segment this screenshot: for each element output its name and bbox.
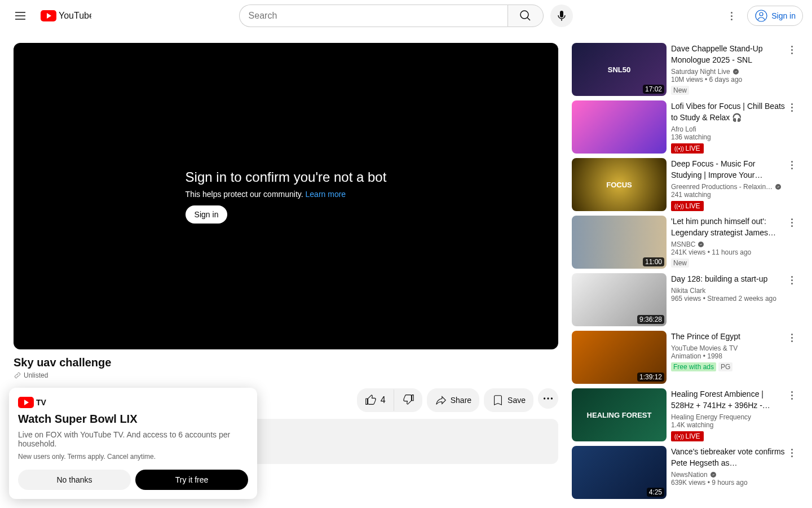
video-duration: 11:00 xyxy=(643,257,664,266)
signin-button[interactable]: Sign in xyxy=(747,6,803,26)
search-form xyxy=(239,5,544,27)
video-title: Sky uav challenge xyxy=(14,356,558,369)
video-duration: 4:25 xyxy=(647,488,664,497)
voice-search-button[interactable] xyxy=(550,5,573,27)
link-icon xyxy=(14,371,21,379)
promo-card: TV Watch Super Bowl LIX Live on FOX with… xyxy=(9,388,257,499)
video-thumbnail[interactable]: SNL50 17:02 xyxy=(572,43,667,96)
recommendation-channel[interactable]: NewsNation xyxy=(671,471,785,479)
recommendation-item[interactable]: 11:00 'Let him punch himself out': Legen… xyxy=(572,216,798,269)
thumbnail-label: FOCUS xyxy=(572,158,667,211)
recommendation-more-button[interactable] xyxy=(785,273,798,287)
video-thumbnail[interactable] xyxy=(572,100,667,154)
like-dislike-pill: 4 xyxy=(357,388,422,412)
player-signin-button[interactable]: Sign in xyxy=(186,205,228,224)
recommendation-stats: 965 views • Streamed 2 weeks ago xyxy=(671,295,785,303)
video-thumbnail[interactable]: 4:25 xyxy=(572,446,667,499)
recommendation-channel[interactable]: Nikita Clark xyxy=(671,287,785,295)
promo-body: Live on FOX with YouTube TV. And access … xyxy=(18,430,248,448)
svg-text:TV: TV xyxy=(36,398,47,407)
recommendation-title: Lofi Vibes for Focus | Chill Beats to St… xyxy=(671,100,785,123)
player-heading: Sign in to confirm you're not a bot xyxy=(186,169,387,185)
recommendation-more-button[interactable] xyxy=(785,216,798,229)
video-thumbnail[interactable]: FOCUS xyxy=(572,158,667,211)
header: YouTube Sign in xyxy=(0,0,812,32)
recommendation-meta: Deep Focus - Music For Studying | Improv… xyxy=(671,158,798,211)
recommendation-title: Healing Forest Ambience | 528Hz + 741Hz … xyxy=(671,388,785,411)
no-thanks-button[interactable]: No thanks xyxy=(18,470,131,490)
menu-button[interactable] xyxy=(9,5,32,27)
recommendation-more-button[interactable] xyxy=(785,331,798,344)
video-actions: 4 Share Save xyxy=(357,388,558,412)
svg-point-8 xyxy=(551,398,553,400)
recommendation-stats: 10M views • 6 days ago xyxy=(671,76,785,84)
recommendation-title: 'Let him punch himself out': Legendary s… xyxy=(671,216,785,238)
share-button[interactable]: Share xyxy=(427,388,479,412)
recommendation-channel[interactable]: Healing Energy Frequency xyxy=(671,413,785,421)
recommendation-item[interactable]: 9:36:28 Day 128: building a start-up Nik… xyxy=(572,273,798,326)
recommendation-title: The Prince of Egypt xyxy=(671,331,785,342)
recommendation-more-button[interactable] xyxy=(785,446,798,459)
dislike-button[interactable] xyxy=(394,388,422,412)
search-input[interactable] xyxy=(239,5,508,27)
video-duration: 1:39:12 xyxy=(637,373,664,382)
verified-icon xyxy=(710,471,717,478)
recommendation-channel[interactable]: Afro Lofi xyxy=(671,125,785,133)
more-vert-icon xyxy=(731,12,732,20)
learn-more-link[interactable]: Learn more xyxy=(306,190,346,199)
recommendation-stats: 639K views • 9 hours ago xyxy=(671,479,785,487)
rating-badge: PG xyxy=(718,362,732,371)
video-thumbnail[interactable]: 9:36:28 xyxy=(572,273,667,326)
promo-title: Watch Super Bowl LIX xyxy=(18,413,248,426)
video-thumbnail[interactable]: 1:39:12 xyxy=(572,331,667,384)
save-button[interactable]: Save xyxy=(484,388,533,412)
hamburger-icon xyxy=(14,9,27,23)
settings-button[interactable] xyxy=(720,5,743,27)
verified-icon xyxy=(775,183,782,190)
recommendation-item[interactable]: 4:25 Vance's tiebreaker vote confirms Pe… xyxy=(572,446,798,499)
recommendation-channel[interactable]: Greenred Productions - Relaxin… xyxy=(671,183,785,191)
video-badge: Free with ads xyxy=(671,362,716,371)
more-vert-icon xyxy=(791,334,793,342)
svg-point-6 xyxy=(544,398,545,400)
recommendation-channel[interactable]: Saturday Night Live xyxy=(671,68,785,76)
video-badge: New xyxy=(671,259,689,268)
video-thumbnail[interactable]: HEALING FOREST xyxy=(572,388,667,441)
try-it-free-button[interactable]: Try it free xyxy=(135,470,248,490)
player-subtext: This helps protect our community. Learn … xyxy=(186,190,387,199)
more-vert-icon xyxy=(791,449,793,457)
search-button[interactable] xyxy=(508,5,544,27)
header-left: YouTube xyxy=(9,5,91,27)
video-thumbnail[interactable]: 11:00 xyxy=(572,216,667,269)
unlisted-badge: Unlisted xyxy=(14,371,48,379)
more-vert-icon xyxy=(791,391,793,400)
verified-icon xyxy=(698,241,704,248)
more-actions-button[interactable] xyxy=(538,388,558,409)
like-button[interactable]: 4 xyxy=(357,389,394,411)
svg-point-5 xyxy=(760,12,763,16)
youtube-logo[interactable]: YouTube xyxy=(41,10,91,21)
bookmark-icon xyxy=(492,394,504,406)
recommendation-item[interactable]: SNL50 17:02 Dave Chappelle Stand-Up Mono… xyxy=(572,43,798,96)
recommendation-item[interactable]: FOCUS Deep Focus - Music For Studying | … xyxy=(572,158,798,211)
video-player[interactable]: Sign in to confirm you're not a bot This… xyxy=(14,43,558,349)
recommendation-channel[interactable]: MSNBC xyxy=(671,240,785,248)
recommendation-item[interactable]: HEALING FOREST Healing Forest Ambience |… xyxy=(572,388,798,441)
recommendation-meta: Day 128: building a start-up Nikita Clar… xyxy=(671,273,798,326)
recommendation-meta: 'Let him punch himself out': Legendary s… xyxy=(671,216,798,269)
recommendation-more-button[interactable] xyxy=(785,43,798,56)
recommendation-item[interactable]: 1:39:12 The Prince of Egypt YouTube Movi… xyxy=(572,331,798,384)
recommendation-stats: Animation • 1998 xyxy=(671,352,785,360)
more-vert-icon xyxy=(791,218,793,227)
more-vert-icon xyxy=(791,46,793,54)
recommendation-meta: Lofi Vibes for Focus | Chill Beats to St… xyxy=(671,100,798,154)
recommendation-channel[interactable]: YouTube Movies & TV xyxy=(671,344,785,352)
promo-buttons: No thanks Try it free xyxy=(18,470,248,490)
player-message: Sign in to confirm you're not a bot This… xyxy=(186,169,387,224)
recommendation-more-button[interactable] xyxy=(785,100,798,114)
recommendation-item[interactable]: Lofi Vibes for Focus | Chill Beats to St… xyxy=(572,100,798,154)
recommendation-more-button[interactable] xyxy=(785,158,798,172)
recommendation-more-button[interactable] xyxy=(785,388,798,402)
youtube-tv-logo: TV xyxy=(18,397,52,408)
thumb-down-icon xyxy=(402,393,414,405)
